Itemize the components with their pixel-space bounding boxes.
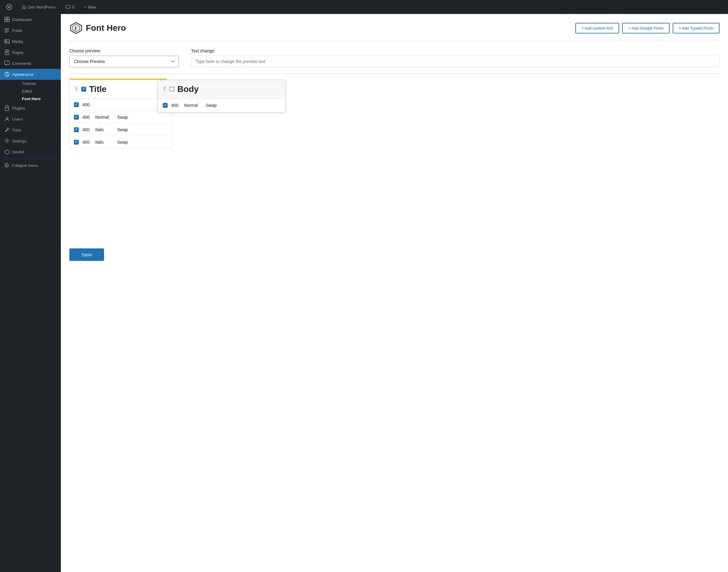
title-row-3: 400 Italic Swap [70, 136, 172, 148]
sidebar-item-tools[interactable]: Tools [0, 125, 61, 136]
wp-logo[interactable]: W [4, 3, 15, 11]
dashboard-icon [4, 17, 10, 22]
sidebar-sub-menu: Themes Editor Font Hero [0, 80, 61, 102]
admin-bar: W Dev WordPress 0 + New [0, 0, 728, 14]
title-row-0-weight: 400 [82, 102, 92, 107]
plugins-icon [4, 105, 10, 111]
body-group-checkbox[interactable] [169, 87, 174, 92]
settings-icon [4, 138, 10, 144]
sidebar-item-posts[interactable]: Posts [0, 25, 61, 36]
comment-icon [65, 5, 70, 9]
title-row-1-style: Normal [95, 115, 113, 120]
comments-bar[interactable]: 0 [63, 4, 77, 11]
add-typekit-fonts-button[interactable]: + Add Typekit Fonts [673, 23, 720, 33]
svg-point-25 [77, 90, 78, 91]
svg-point-14 [6, 140, 8, 142]
body-drag-handle[interactable] [163, 86, 166, 92]
add-custom-font-button[interactable]: + Add custom font [575, 23, 619, 33]
body-group-name: Body [177, 84, 199, 94]
main-content: F Font Hero + Add custom font + Add Goog… [61, 0, 728, 572]
home-icon [22, 5, 26, 9]
add-google-fonts-button[interactable]: + Add Google Fonts [622, 23, 669, 33]
svg-rect-2 [66, 5, 70, 8]
title-row-3-weight: 400 [82, 140, 92, 145]
collapse-label: Collapse menu [12, 163, 38, 168]
svg-point-22 [75, 88, 76, 89]
sidebar-item-appearance[interactable]: Appearance [0, 69, 61, 80]
svg-point-29 [165, 88, 166, 89]
font-groups-container: Title 400 400 Normal Swap 400 [69, 80, 720, 149]
svg-text:F: F [75, 26, 78, 31]
pages-icon [4, 50, 10, 55]
svg-point-30 [164, 90, 165, 91]
posts-icon [4, 28, 10, 33]
choose-preview-label: Choose preview: [69, 49, 179, 53]
title-group-checkbox[interactable] [81, 87, 86, 92]
site-name[interactable]: Dev WordPress [19, 4, 58, 11]
choose-preview-select[interactable]: Choose Preview [69, 56, 179, 67]
title-row-3-checkbox[interactable] [74, 140, 79, 145]
sidebar-label-media: Media [12, 39, 23, 44]
save-button[interactable]: Save [69, 248, 104, 261]
tools-icon [4, 127, 10, 133]
svg-rect-10 [5, 61, 9, 65]
title-row-0-checkbox[interactable] [74, 102, 79, 107]
sidebar-item-editor[interactable]: Editor [11, 87, 61, 95]
title-drag-handle[interactable] [75, 86, 78, 92]
sidebar: Dashboard Posts Media Pages Comments App… [0, 0, 61, 572]
sidebar-item-pages[interactable]: Pages [0, 47, 61, 58]
svg-rect-7 [5, 40, 9, 43]
svg-point-28 [164, 88, 165, 89]
body-row-0-style: Normal [184, 103, 202, 108]
sidebar-item-users[interactable]: Users [0, 114, 61, 125]
appearance-icon [4, 72, 10, 77]
devkit-icon [4, 149, 10, 155]
collapse-icon [4, 163, 9, 168]
title-row-1-checkbox[interactable] [74, 115, 79, 120]
body-font-group: Body 400 Normal Swap [158, 80, 286, 113]
title-row-1: 400 Normal Swap [70, 111, 172, 124]
sidebar-item-themes[interactable]: Themes [11, 80, 61, 87]
text-change-input[interactable] [191, 56, 720, 67]
svg-rect-6 [7, 20, 9, 22]
sidebar-label-posts: Posts [12, 28, 22, 33]
users-icon [4, 116, 10, 122]
title-row-2-style: Italic [95, 127, 113, 132]
sidebar-item-plugins[interactable]: Plugins [0, 102, 61, 114]
sidebar-item-devkit[interactable]: DevKit [0, 146, 61, 157]
sidebar-label-plugins: Plugins [12, 106, 25, 111]
sidebar-item-comments[interactable]: Comments [0, 58, 61, 69]
new-content[interactable]: + New [82, 4, 98, 11]
svg-text:W: W [8, 5, 11, 9]
page-title: Font Hero [86, 23, 126, 33]
svg-point-31 [165, 90, 166, 91]
title-row-3-style: Italic [95, 140, 113, 145]
body-row-0-checkbox[interactable] [163, 103, 168, 108]
body-row-0-display: Swap [206, 103, 221, 108]
body-group-header: Body [158, 80, 285, 99]
fonts-area: Title 400 400 Normal Swap 400 [69, 74, 720, 153]
sidebar-label-appearance: Appearance [12, 72, 33, 77]
sidebar-label-settings: Settings [12, 139, 26, 143]
svg-marker-15 [5, 150, 9, 154]
sidebar-item-media[interactable]: Media [0, 36, 61, 47]
svg-rect-9 [5, 50, 9, 55]
sidebar-item-dashboard[interactable]: Dashboard [0, 14, 61, 25]
title-row-1-display: Swap [117, 115, 132, 120]
title-row-2-checkbox[interactable] [74, 127, 79, 132]
content-area: F Font Hero + Add custom font + Add Goog… [61, 14, 728, 572]
svg-rect-12 [6, 105, 8, 108]
sidebar-label-users: Users [12, 117, 22, 122]
svg-rect-5 [5, 20, 7, 22]
collapse-menu[interactable]: Collapse menu [0, 160, 61, 170]
header-buttons: + Add custom font + Add Google Fonts + A… [575, 23, 720, 33]
title-font-group: Title 400 400 Normal Swap 400 [69, 80, 173, 149]
save-section: Save [69, 239, 720, 266]
text-change-label: Text change: [191, 49, 720, 53]
logo-area: F Font Hero [69, 21, 126, 35]
body-row-0-weight: 400 [171, 103, 180, 108]
sidebar-item-font-hero[interactable]: Font Hero [11, 95, 61, 102]
title-group-name: Title [89, 84, 106, 94]
sidebar-label-comments: Comments [12, 61, 31, 66]
sidebar-item-settings[interactable]: Settings [0, 136, 61, 146]
